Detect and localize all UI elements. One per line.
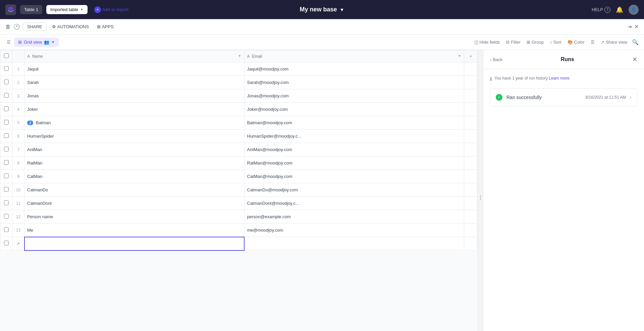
- row-checkbox-10[interactable]: [4, 187, 9, 192]
- run-card[interactable]: ✓ Ran successfully 8/16/2021 at 11:51 AM…: [490, 88, 637, 106]
- row-email-1[interactable]: Jaquil@moodjoy.com: [244, 62, 464, 76]
- col-header-rownum: [12, 50, 24, 62]
- row-height-button[interactable]: ☰: [588, 38, 597, 46]
- row-email-12[interactable]: person@example.com: [244, 210, 464, 224]
- row-email-7[interactable]: AntMan@moodjoy.com: [244, 143, 464, 156]
- row-checkbox-12[interactable]: [4, 214, 9, 219]
- col-email-caret[interactable]: ▼: [458, 54, 461, 58]
- row-name-11[interactable]: CatmanDont: [24, 197, 245, 210]
- row-name-9[interactable]: CatMan: [24, 170, 245, 183]
- row-checkbox-2[interactable]: [4, 80, 9, 84]
- row-checkbox-11[interactable]: [4, 200, 9, 205]
- base-title[interactable]: My new base ▼: [300, 6, 344, 13]
- row-checkbox-4[interactable]: [4, 106, 9, 111]
- table-row: 8 RatMan RatMan@moodjoy.com: [0, 156, 478, 170]
- row-extra-7: [464, 143, 478, 156]
- tab-table1[interactable]: Table 1: [20, 5, 42, 14]
- new-row-name-cell[interactable]: [24, 237, 245, 250]
- sort-icon: ↕: [550, 40, 552, 45]
- row-extra-3: [464, 89, 478, 103]
- row-name-5[interactable]: 2 Batman: [24, 116, 245, 130]
- hide-fields-button[interactable]: ◫ Hide fields: [472, 38, 503, 46]
- automations-button[interactable]: ⚙ AUTOMATIONS: [49, 23, 92, 31]
- table-row: 5 2 Batman Batman@moodjoy.com: [0, 116, 478, 130]
- apps-button[interactable]: ⊞ APPS: [94, 23, 116, 31]
- row-checkbox-3[interactable]: [4, 93, 9, 98]
- trash-icon[interactable]: 🗑: [5, 24, 11, 30]
- back-label: Back: [493, 57, 502, 62]
- row-extra-5: [464, 116, 478, 130]
- new-row-name-input[interactable]: [25, 241, 244, 246]
- row-email-6[interactable]: HumanSpider@moodjoy.c...: [244, 130, 464, 143]
- new-row-checkbox[interactable]: [4, 241, 9, 245]
- row-name-4[interactable]: Joker: [24, 103, 245, 116]
- select-all-checkbox[interactable]: [4, 53, 9, 58]
- grid-icon: ⊞: [18, 40, 22, 45]
- row-extra-13: [464, 224, 478, 237]
- run-label: Ran successfully: [506, 95, 542, 100]
- row-email-3[interactable]: Jonas@moodjoy.com: [244, 89, 464, 103]
- row-email-8[interactable]: RatMan@moodjoy.com: [244, 156, 464, 170]
- success-icon: ✓: [496, 94, 502, 101]
- col-name-caret[interactable]: ▼: [238, 54, 241, 58]
- row-email-2[interactable]: Sarah@moodjoy.com: [244, 76, 464, 89]
- row-checkbox-7[interactable]: [4, 147, 9, 151]
- table-row: 2 Sarah Sarah@moodjoy.com: [0, 76, 478, 89]
- row-name-2[interactable]: Sarah: [24, 76, 245, 89]
- row-checkbox-1[interactable]: [4, 66, 9, 71]
- help-button[interactable]: HELP ?: [592, 7, 610, 13]
- col-header-add[interactable]: +: [464, 50, 478, 62]
- row-email-13[interactable]: me@moodjoy.com: [244, 224, 464, 237]
- col-email-label: Email: [252, 54, 262, 59]
- row-name-10[interactable]: CatmanDo: [24, 183, 245, 197]
- row-name-6[interactable]: HumanSpider: [24, 130, 245, 143]
- row-email-9[interactable]: CatMan@moodjoy.com: [244, 170, 464, 183]
- row-email-4[interactable]: Joker@moodjoy.com: [244, 103, 464, 116]
- close-icon[interactable]: ✕: [634, 23, 639, 30]
- notification-icon[interactable]: 🔔: [616, 6, 623, 13]
- spreadsheet: A Name ▼ A Email ▼ +: [0, 50, 478, 331]
- row-email-11[interactable]: CatmanDont@moodjoy.c...: [244, 197, 464, 210]
- group-button[interactable]: ⊞ Group: [524, 38, 546, 46]
- new-row-email-cell[interactable]: [244, 237, 464, 250]
- app-logo[interactable]: [5, 4, 16, 15]
- tab-imported-table[interactable]: Imported table ▼: [46, 5, 88, 14]
- sort-button[interactable]: ↕ Sort: [547, 38, 564, 46]
- row-checkbox-cell: [0, 197, 12, 210]
- history-icon[interactable]: 🕐: [13, 23, 20, 30]
- new-row-expand[interactable]: ↗: [12, 237, 24, 250]
- panel-close-button[interactable]: ✕: [632, 56, 637, 63]
- back-button[interactable]: ‹ Back: [490, 57, 502, 62]
- collapse-handle[interactable]: •••: [478, 50, 483, 331]
- share-view-button[interactable]: ↗ Share view: [598, 38, 630, 46]
- row-name-3[interactable]: Jonas: [24, 89, 245, 103]
- row-extra-6: [464, 130, 478, 143]
- row-number-5: 5: [12, 116, 24, 130]
- row-checkbox-9[interactable]: [4, 174, 9, 178]
- row-name-7[interactable]: AntMan: [24, 143, 245, 156]
- sidebar-toggle[interactable]: ☰: [4, 38, 13, 46]
- row-name-13[interactable]: Me: [24, 224, 245, 237]
- row-extra-4: [464, 103, 478, 116]
- row-name-1[interactable]: Jaquil: [24, 62, 245, 76]
- user-avatar[interactable]: 👤: [629, 5, 639, 15]
- row-checkbox-8[interactable]: [4, 160, 9, 165]
- share-button[interactable]: SHARE: [23, 22, 47, 31]
- row-email-10[interactable]: CatmanDo@moodjoy.com: [244, 183, 464, 197]
- row-name-12[interactable]: Person name: [24, 210, 245, 224]
- grid-view-button[interactable]: ⊞ Grid view 👥 ▼: [14, 38, 59, 47]
- row-checkbox-5[interactable]: [4, 120, 9, 125]
- learn-more-link[interactable]: Learn more: [549, 76, 569, 81]
- row-checkbox-6[interactable]: [4, 133, 9, 138]
- collapse-icon[interactable]: ⇥: [627, 23, 632, 30]
- search-button[interactable]: 🔍: [631, 38, 640, 47]
- add-or-import-button[interactable]: + Add or import: [92, 5, 131, 14]
- row-checkbox-13[interactable]: [4, 227, 9, 232]
- col-header-name[interactable]: A Name ▼: [24, 50, 245, 62]
- row-email-5[interactable]: Batman@moodjoy.com: [244, 116, 464, 130]
- col-header-email[interactable]: A Email ▼: [244, 50, 464, 62]
- color-button[interactable]: 🎨 Color: [565, 38, 587, 46]
- filter-button[interactable]: ⊟ Filter: [503, 38, 523, 46]
- tab-imported-label: Imported table: [50, 7, 78, 12]
- row-name-8[interactable]: RatMan: [24, 156, 245, 170]
